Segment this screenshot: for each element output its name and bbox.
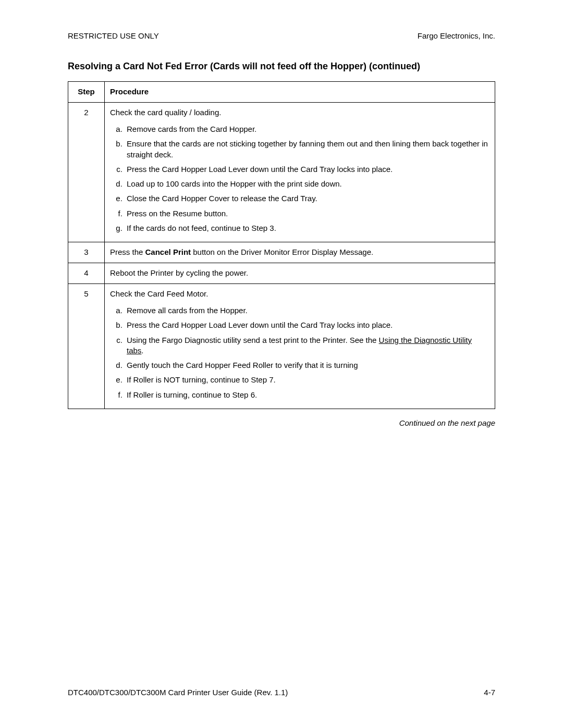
procedure-cell: Check the card quality / loading. Remove… bbox=[105, 103, 495, 242]
page-title: Resolving a Card Not Fed Error (Cards wi… bbox=[68, 61, 495, 72]
procedure-cell: Press the Cancel Print button on the Dri… bbox=[105, 242, 495, 263]
header-left: RESTRICTED USE ONLY bbox=[68, 31, 159, 40]
procedure-cell: Reboot the Printer by cycling the power. bbox=[105, 263, 495, 284]
procedure-cell: Check the Card Feed Motor. Remove all ca… bbox=[105, 284, 495, 409]
table-row: 3 Press the Cancel Print button on the D… bbox=[68, 242, 495, 263]
text: . bbox=[141, 346, 143, 355]
procedure-list: Remove cards from the Card Hopper. Ensur… bbox=[110, 122, 489, 236]
procedure-table: Step Procedure 2 Check the card quality … bbox=[68, 81, 495, 409]
continued-note: Continued on the next page bbox=[68, 418, 495, 427]
list-item: If Roller is NOT turning, continue to St… bbox=[125, 373, 489, 387]
page: RESTRICTED USE ONLY Fargo Electronics, I… bbox=[0, 0, 563, 427]
list-item: Gently touch the Card Hopper Feed Roller… bbox=[125, 358, 489, 373]
list-item: Load up to 100 cards into the Hopper wit… bbox=[125, 177, 489, 191]
table-row: 4 Reboot the Printer by cycling the powe… bbox=[68, 263, 495, 284]
list-item: Press the Card Hopper Load Lever down un… bbox=[125, 318, 489, 332]
procedure-intro: Check the Card Feed Motor. bbox=[110, 289, 489, 298]
list-item: If the cards do not feed, continue to St… bbox=[125, 221, 489, 236]
list-item: Using the Fargo Diagnostic utility send … bbox=[125, 333, 489, 359]
text: Press the bbox=[110, 248, 145, 256]
footer-page-number: 4-7 bbox=[484, 688, 495, 697]
step-number: 4 bbox=[68, 263, 105, 284]
col-header-procedure: Procedure bbox=[105, 82, 495, 103]
procedure-list: Remove all cards from the Hopper. Press … bbox=[110, 303, 489, 402]
list-item: Remove cards from the Card Hopper. bbox=[125, 122, 489, 137]
header-right: Fargo Electronics, Inc. bbox=[418, 31, 495, 40]
table-header-row: Step Procedure bbox=[68, 82, 495, 103]
list-item: Ensure that the cards are not sticking t… bbox=[125, 137, 489, 162]
list-item: Remove all cards from the Hopper. bbox=[125, 303, 489, 318]
page-footer: DTC400/DTC300/DTC300M Card Printer User … bbox=[68, 688, 495, 697]
footer-left: DTC400/DTC300/DTC300M Card Printer User … bbox=[68, 688, 288, 697]
bold-text: Cancel Print bbox=[145, 248, 191, 256]
table-row: 5 Check the Card Feed Motor. Remove all … bbox=[68, 284, 495, 409]
text: button on the Driver Monitor Error Displ… bbox=[191, 248, 373, 256]
list-item: Press the Card Hopper Load Lever down un… bbox=[125, 162, 489, 177]
step-number: 2 bbox=[68, 103, 105, 242]
step-number: 3 bbox=[68, 242, 105, 263]
list-item: Press on the Resume button. bbox=[125, 206, 489, 221]
list-item: If Roller is turning, continue to Step 6… bbox=[125, 388, 489, 402]
step-number: 5 bbox=[68, 284, 105, 409]
page-header: RESTRICTED USE ONLY Fargo Electronics, I… bbox=[68, 31, 495, 40]
text: Using the Fargo Diagnostic utility send … bbox=[127, 336, 379, 344]
list-item: Close the Card Hopper Cover to release t… bbox=[125, 191, 489, 206]
procedure-intro: Check the card quality / loading. bbox=[110, 108, 489, 117]
col-header-step: Step bbox=[68, 82, 105, 103]
table-row: 2 Check the card quality / loading. Remo… bbox=[68, 103, 495, 242]
